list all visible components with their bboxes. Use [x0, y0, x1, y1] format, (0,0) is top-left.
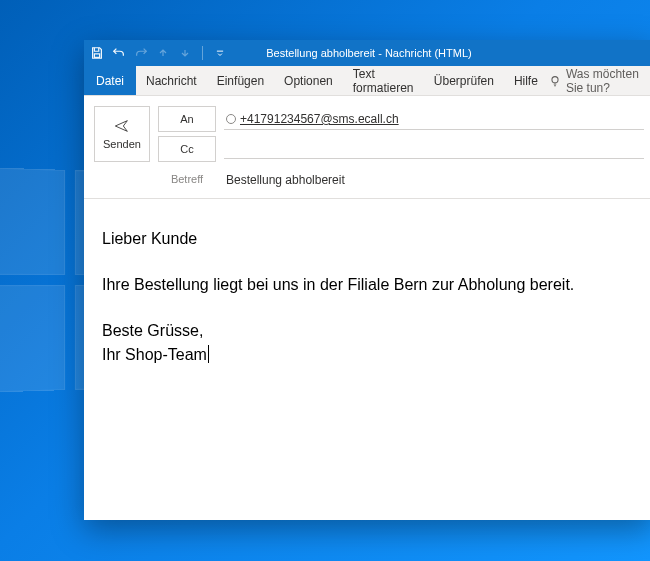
previous-item-icon[interactable] [156, 46, 170, 60]
redo-icon[interactable] [134, 46, 148, 60]
send-icon [112, 118, 132, 134]
tell-me-search[interactable]: Was möchten Sie tun? [548, 66, 650, 95]
svg-rect-0 [94, 54, 99, 58]
compose-header: Senden An +41791234567@sms.ecall.ch Cc B… [84, 96, 650, 199]
cc-button[interactable]: Cc [158, 136, 216, 162]
send-button[interactable]: Senden [94, 106, 150, 162]
outlook-compose-window: Bestellung abholbereit - Nachricht (HTML… [84, 40, 650, 520]
subject-label: Betreff [158, 173, 216, 185]
text-cursor [208, 345, 209, 363]
customize-qat-icon[interactable] [213, 46, 227, 60]
lightbulb-icon [548, 74, 562, 88]
ribbon-tabs: Datei Nachricht Einfügen Optionen Text f… [84, 66, 650, 96]
tab-file[interactable]: Datei [84, 66, 136, 95]
tell-me-label: Was möchten Sie tun? [566, 67, 646, 95]
quick-access-toolbar [90, 46, 227, 60]
next-item-icon[interactable] [178, 46, 192, 60]
to-recipient[interactable]: +41791234567@sms.ecall.ch [240, 112, 399, 126]
tab-message[interactable]: Nachricht [136, 66, 207, 95]
body-greeting: Lieber Kunde [102, 227, 636, 251]
message-body[interactable]: Lieber Kunde Ihre Bestellung liegt bei u… [84, 199, 650, 520]
tab-review[interactable]: Überprüfen [424, 66, 504, 95]
send-label: Senden [103, 138, 141, 150]
body-line-1: Ihre Bestellung liegt bei uns in der Fil… [102, 273, 636, 297]
subject-field[interactable]: Bestellung abholbereit [224, 169, 644, 190]
to-button[interactable]: An [158, 106, 216, 132]
save-icon[interactable] [90, 46, 104, 60]
tab-options[interactable]: Optionen [274, 66, 343, 95]
body-signature: Ihr Shop-Team [102, 343, 636, 367]
tab-format-text[interactable]: Text formatieren [343, 66, 424, 95]
tab-insert[interactable]: Einfügen [207, 66, 274, 95]
tab-help[interactable]: Hilfe [504, 66, 548, 95]
svg-point-1 [552, 76, 558, 82]
to-label: An [180, 113, 193, 125]
body-closing: Beste Grüsse, [102, 319, 636, 343]
cc-field[interactable] [224, 139, 644, 159]
undo-icon[interactable] [112, 46, 126, 60]
titlebar: Bestellung abholbereit - Nachricht (HTML… [84, 40, 650, 66]
cc-label: Cc [180, 143, 193, 155]
qat-separator [202, 46, 203, 60]
recipient-presence-icon [226, 114, 236, 124]
to-field[interactable]: +41791234567@sms.ecall.ch [224, 108, 644, 130]
